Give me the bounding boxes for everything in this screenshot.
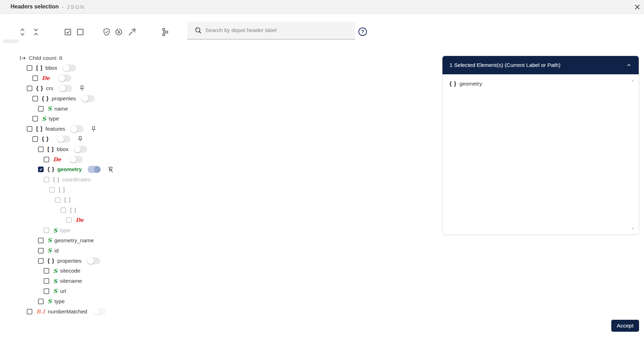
toggle-switch-off[interactable]: [74, 146, 87, 153]
row-label: features: [45, 126, 65, 132]
toggle-switch-off[interactable]: [63, 64, 76, 71]
search-input[interactable]: [205, 21, 350, 39]
row-checkbox[interactable]: [44, 288, 49, 294]
close-icon[interactable]: [633, 2, 642, 12]
row-checkbox[interactable]: [32, 136, 38, 142]
tree-row[interactable]: Sname: [0, 104, 436, 114]
scroll-up-icon[interactable]: ▲: [631, 79, 635, 82]
string-type-icon: S: [53, 268, 57, 274]
help-question-mark: ?: [361, 29, 364, 35]
title-separator: -: [62, 4, 64, 10]
pin-off-icon[interactable]: [108, 166, 113, 173]
string-type-icon: S: [47, 105, 52, 112]
tree-row[interactable]: Stype: [0, 296, 436, 306]
toggle-switch-off[interactable]: [58, 75, 71, 82]
tree-row[interactable]: Ssitecode: [0, 266, 436, 276]
search-box: [187, 21, 355, 39]
row-checkbox[interactable]: [38, 106, 44, 112]
row-label: geometry: [57, 166, 82, 173]
row-checkbox[interactable]: [44, 177, 49, 182]
row-checkbox[interactable]: [49, 187, 55, 193]
tree-row[interactable]: Surl: [0, 286, 436, 297]
row-checkbox[interactable]: [32, 116, 38, 121]
row-checkbox[interactable]: [38, 258, 44, 264]
title-bar: Headers selection - JSON: [0, 0, 644, 14]
row-checkbox[interactable]: [27, 65, 32, 71]
toggle-switch-on[interactable]: [88, 166, 101, 173]
help-icon[interactable]: ?: [358, 27, 367, 36]
selected-element-label: geometry: [459, 81, 482, 87]
tree-row[interactable]: B.InumberMatched: [0, 306, 436, 317]
pin-icon[interactable]: [91, 126, 96, 132]
tree-row[interactable]: { }: [0, 134, 436, 144]
toggle-switch-off[interactable]: [70, 156, 83, 163]
pin-icon[interactable]: [77, 136, 83, 142]
array-type-icon: [ ]: [36, 126, 43, 132]
row-label: sitecode: [60, 268, 81, 274]
tree-row[interactable]: [ ]bbox: [0, 144, 436, 154]
select-all-icon[interactable]: [63, 27, 72, 37]
tree-row[interactable]: De: [0, 73, 436, 83]
array-type-icon: [ ]: [59, 187, 65, 193]
row-checkbox[interactable]: [44, 227, 49, 233]
tree-row[interactable]: De: [0, 215, 436, 225]
collapse-all-icon[interactable]: [31, 27, 40, 37]
row-checkbox[interactable]: [44, 278, 49, 284]
pin-icon[interactable]: [79, 85, 85, 92]
tree-row[interactable]: [ ]features: [0, 124, 436, 134]
toggle-switch-off[interactable]: [59, 85, 72, 92]
chevron-up-icon[interactable]: [626, 62, 632, 68]
row-checkbox[interactable]: [27, 309, 32, 314]
row-checkbox[interactable]: [44, 157, 49, 162]
toggle-switch-off[interactable]: [82, 95, 95, 102]
row-checkbox[interactable]: [27, 126, 32, 132]
tree-row[interactable]: De: [0, 154, 436, 164]
row-checkbox[interactable]: [60, 207, 66, 213]
row-label: id: [55, 248, 59, 254]
row-checkbox[interactable]: [44, 268, 49, 274]
row-checkbox[interactable]: [66, 217, 72, 223]
auto-select-icon[interactable]: A: [114, 27, 123, 37]
row-checkbox[interactable]: [27, 86, 32, 91]
row-checkbox[interactable]: [32, 75, 38, 81]
selected-element-item[interactable]: { }geometry: [442, 74, 639, 87]
hierarchy-icon[interactable]: [159, 27, 168, 37]
row-checkbox[interactable]: [32, 96, 38, 101]
tree-row[interactable]: [ ]bbox: [0, 63, 436, 73]
expand-all-icon[interactable]: [18, 27, 27, 37]
tree-row[interactable]: [ ]: [0, 195, 436, 205]
row-checkbox[interactable]: [38, 238, 44, 243]
tree-row[interactable]: [ ]coordinates: [0, 175, 436, 185]
toggle-thumb: [87, 257, 94, 264]
row-checkbox[interactable]: [55, 197, 60, 203]
magic-wand-icon[interactable]: [127, 27, 136, 37]
tree-row[interactable]: { }properties: [0, 256, 436, 266]
accept-button[interactable]: Accept: [611, 320, 639, 332]
tree-row[interactable]: Stype: [0, 225, 436, 236]
row-checkbox[interactable]: [38, 299, 44, 304]
row-checkbox-checked[interactable]: [38, 167, 44, 172]
tree-row[interactable]: Sgeometry_name: [0, 236, 436, 246]
object-type-icon: { }: [47, 258, 55, 264]
toggle-switch-off[interactable]: [57, 136, 70, 143]
row-checkbox[interactable]: [38, 146, 44, 152]
tree-row[interactable]: Sid: [0, 245, 436, 256]
scrollbar-thumb: [3, 39, 19, 43]
toggle-switch-off[interactable]: [71, 125, 84, 132]
scroll-down-icon[interactable]: ▼: [631, 227, 635, 231]
tree-row[interactable]: [ ]: [0, 205, 436, 215]
tree-row[interactable]: [ ]: [0, 185, 436, 195]
tree-row[interactable]: { }geometry: [0, 164, 436, 175]
shield-check-icon[interactable]: [102, 27, 111, 37]
tree-row[interactable]: Stype: [0, 114, 436, 124]
toggle-switch-off[interactable]: [93, 308, 106, 315]
tree-row[interactable]: { }properties: [0, 93, 436, 104]
tree-row[interactable]: Ssitename: [0, 276, 436, 286]
deselect-all-icon[interactable]: [76, 27, 85, 37]
tree-row[interactable]: { }crs: [0, 83, 436, 94]
child-count-row: Child count: 8: [0, 53, 436, 63]
toggle-switch-off[interactable]: [87, 257, 100, 264]
array-type-icon: [ ]: [36, 65, 43, 71]
array-type-icon: [ ]: [70, 207, 76, 213]
row-checkbox[interactable]: [38, 248, 44, 254]
